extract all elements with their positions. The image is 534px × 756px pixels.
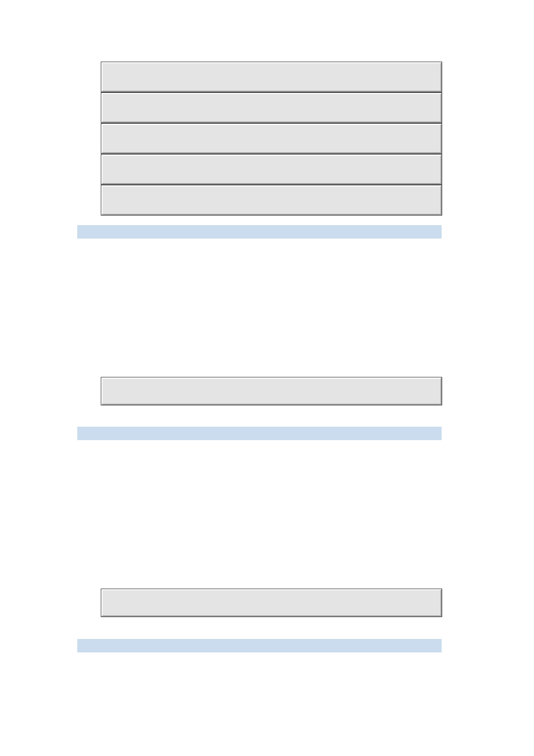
top-cell-stack [101,62,442,215]
single-cell-block [101,377,442,405]
stack-cell [101,185,442,215]
section-bar [77,427,442,440]
single-cell-block [101,589,442,617]
single-cell [101,377,442,405]
stack-cell [101,93,442,123]
single-cell [101,589,442,617]
stack-cell [101,124,442,153]
section-bar [77,225,442,239]
stack-cell [101,62,442,92]
section-bar [77,639,442,652]
stack-cell [101,155,442,184]
